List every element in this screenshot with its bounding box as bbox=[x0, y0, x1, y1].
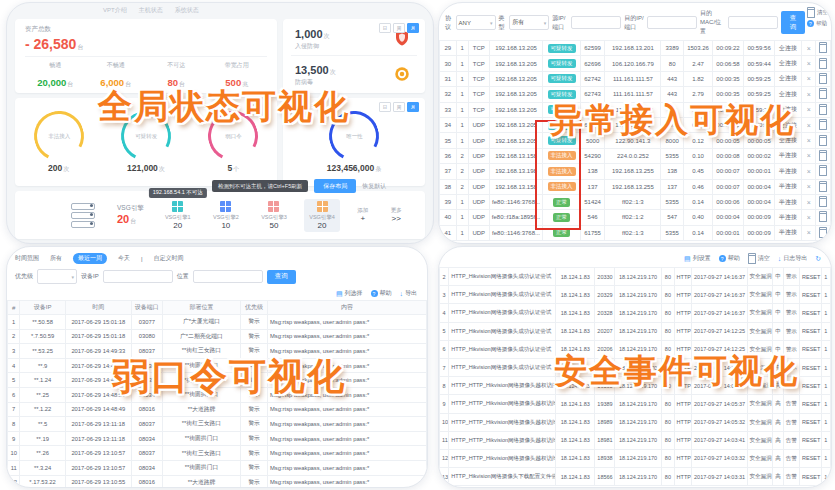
close-icon[interactable]: × bbox=[807, 122, 811, 129]
table-row[interactable]: 411UDPfe80::1146:3768...正常61755ff02::1:3… bbox=[440, 225, 831, 240]
save-layout-button[interactable]: 保存布局 bbox=[314, 179, 356, 193]
table-cell[interactable] bbox=[816, 117, 831, 132]
table-row[interactable]: 9HTTP_HTTP_Hikvision网络摄像头越权访问尝试118.124.1… bbox=[440, 395, 831, 413]
nav-item[interactable]: 系统状态 bbox=[175, 6, 199, 17]
table-row[interactable]: 12*.17.53.222017-06-29 13:10:5508016**大道… bbox=[8, 475, 427, 488]
dest-mac-input[interactable] bbox=[728, 16, 778, 29]
table-cell[interactable]: × bbox=[801, 41, 815, 56]
table-row[interactable]: 8HTTP_HTTP_Hikvision网络摄像头越权访问尝试118.124.1… bbox=[440, 377, 831, 395]
table-row[interactable]: 6**.252017-06-29 14:48:5108034**街圆拱门口警示M… bbox=[8, 387, 427, 402]
table-cell[interactable] bbox=[816, 225, 831, 240]
type-select[interactable]: 所有▾ bbox=[509, 15, 549, 30]
table-row[interactable]: 4HTTP_Hikvision网络摄像头成功认证尝试18.124.1.83203… bbox=[440, 304, 831, 322]
restore-default-button[interactable]: 恢复默认 bbox=[362, 182, 386, 191]
table-row[interactable]: 8**.52017-06-29 13:11:1808037**街红三女路口警示M… bbox=[8, 417, 427, 432]
close-icon[interactable]: × bbox=[807, 199, 811, 206]
table-row[interactable]: 9**.192017-06-29 13:11:1808034**街圆拱门口警示M… bbox=[8, 431, 427, 446]
tab-custom[interactable]: 自定义时间 bbox=[149, 253, 189, 264]
log-export-button[interactable]: ↓日志导出 bbox=[778, 254, 808, 263]
close-icon[interactable]: × bbox=[807, 183, 811, 190]
search-button[interactable]: 查询 bbox=[781, 11, 805, 34]
trash-icon[interactable] bbox=[819, 227, 827, 238]
table-row[interactable]: 391UDPfe80::1146:3768...正常51424ff02::1:3… bbox=[440, 194, 831, 209]
table-row[interactable]: 331TCP192.168.13.205可疑转发62745111.161.111… bbox=[440, 102, 831, 117]
device-ip-input[interactable] bbox=[103, 270, 173, 283]
trash-icon[interactable] bbox=[819, 196, 827, 207]
table-cell[interactable]: × bbox=[801, 117, 815, 132]
trash-icon[interactable] bbox=[819, 119, 827, 130]
trash-icon[interactable] bbox=[819, 104, 827, 115]
table-row[interactable]: 2HTTP_Hikvision网络摄像头成功认证尝试18.124.1.83203… bbox=[440, 268, 831, 286]
help-button[interactable]: ?帮助 bbox=[371, 289, 392, 298]
period-day-button[interactable]: 日 bbox=[379, 23, 391, 33]
close-icon[interactable]: × bbox=[807, 106, 811, 113]
table-row[interactable]: 10**.262017-06-29 13:10:5708037**街红三女路口警… bbox=[8, 446, 427, 461]
engine-item-3[interactable]: VSG引擎3 50 bbox=[256, 199, 292, 232]
clear-button[interactable]: 清空 bbox=[748, 253, 770, 264]
dest-ip-input[interactable] bbox=[647, 16, 697, 29]
table-row[interactable]: 1**.50.582017-06-29 15:01:1803077广*大厦光端口… bbox=[8, 315, 427, 330]
export-button[interactable]: ↓导出 bbox=[400, 289, 418, 298]
table-cell[interactable]: × bbox=[801, 133, 815, 148]
table-row[interactable]: 6HTTP_Hikvision网络摄像头成功认证尝试18.124.1.83202… bbox=[440, 340, 831, 358]
engine-item-2[interactable]: VSG引擎2 10 bbox=[208, 199, 244, 232]
location-input[interactable] bbox=[193, 270, 263, 283]
table-row[interactable]: 3HTTP_Hikvision网络摄像头成功认证尝试18.124.1.83203… bbox=[440, 286, 831, 304]
tab-today[interactable]: 今天 bbox=[113, 253, 135, 264]
table-cell[interactable]: × bbox=[801, 210, 815, 225]
table-row[interactable]: 401UDPfe80::f18a:1895f...正常546ff02::1:25… bbox=[440, 210, 831, 225]
table-cell[interactable]: × bbox=[801, 194, 815, 209]
search-button[interactable]: 查询 bbox=[267, 270, 296, 284]
table-cell[interactable]: × bbox=[801, 56, 815, 71]
table-row[interactable]: 341UDP192.168.13.205可疑转发63018122.90.141.… bbox=[440, 117, 831, 132]
trash-icon[interactable] bbox=[819, 165, 827, 176]
column-select-button[interactable]: ▤列选择 bbox=[336, 289, 363, 298]
trash-icon[interactable] bbox=[819, 150, 827, 161]
table-cell[interactable]: × bbox=[801, 179, 815, 194]
source-ip-input[interactable] bbox=[571, 16, 621, 29]
table-row[interactable]: 311TCP192.168.13.205可疑转发62742111.161.111… bbox=[440, 71, 831, 86]
table-cell[interactable] bbox=[816, 164, 831, 179]
table-cell[interactable] bbox=[816, 56, 831, 71]
tab-all[interactable]: 所有 bbox=[45, 253, 67, 264]
tab-last-week[interactable]: 最近一周 bbox=[73, 253, 107, 264]
table-row[interactable]: 372UDP192.168.13.198非法接入138192.168.13.25… bbox=[440, 164, 831, 179]
engine-item-4[interactable]: VSG引擎4 20 bbox=[304, 199, 340, 232]
table-row[interactable]: 321TCP192.168.13.205可疑转发62743111.161.111… bbox=[440, 87, 831, 102]
table-row[interactable]: 12HTTP_HTTP_Hikvision网络摄像头越权访问尝试118.124.… bbox=[440, 449, 831, 467]
table-cell[interactable]: × bbox=[801, 225, 815, 240]
protocol-select[interactable]: ANY▾ bbox=[456, 15, 496, 30]
table-row[interactable]: 2*.7.50.592017-06-29 15:01:1803080广*二期亮化… bbox=[8, 329, 427, 344]
trash-icon[interactable] bbox=[819, 58, 827, 69]
close-icon[interactable]: × bbox=[807, 91, 811, 98]
table-cell[interactable] bbox=[816, 148, 831, 163]
trash-icon[interactable] bbox=[819, 135, 827, 146]
table-row[interactable]: 301TCP192.168.13.205可疑转发62696106.120.166… bbox=[440, 56, 831, 71]
table-cell[interactable] bbox=[816, 194, 831, 209]
table-row[interactable]: 4**.92017-06-29 14:49:3308034**街圆拱门口警示Ms… bbox=[8, 358, 427, 373]
add-engine-button[interactable]: 添加 + bbox=[352, 205, 373, 225]
table-row[interactable]: 3**.53.252017-06-29 14:49:3308037**街红三女路… bbox=[8, 344, 427, 359]
table-cell[interactable]: × bbox=[801, 87, 815, 102]
period-month-button[interactable]: 月 bbox=[407, 102, 419, 112]
table-row[interactable]: 5HTTP_Hikvision网络摄像头成功认证尝试18.124.1.83202… bbox=[440, 322, 831, 340]
close-icon[interactable]: × bbox=[807, 168, 811, 175]
more-engines-button[interactable]: 更多 >> bbox=[386, 205, 407, 225]
period-week-button[interactable]: 周 bbox=[393, 102, 405, 112]
table-row[interactable]: 291TCP192.168.13.205可疑转发62599192.168.13.… bbox=[440, 41, 831, 56]
table-row[interactable]: 351UDP192.168.13.205可疑转发5000122.90.141.3… bbox=[440, 133, 831, 148]
nav-item[interactable]: VPT介绍 bbox=[103, 6, 127, 17]
table-row[interactable]: 7HTTP_Hikvision网络摄像头成功认证尝试18.124.1.83202… bbox=[440, 358, 831, 376]
table-cell[interactable] bbox=[816, 210, 831, 225]
help-button[interactable]: ?帮助 bbox=[719, 254, 740, 263]
clear-button[interactable]: 清空 bbox=[807, 7, 828, 18]
trash-icon[interactable] bbox=[819, 73, 827, 84]
period-week-button[interactable]: 周 bbox=[393, 23, 405, 33]
close-icon[interactable]: × bbox=[807, 45, 811, 52]
table-cell[interactable] bbox=[816, 71, 831, 86]
refresh-icon[interactable]: ↻ bbox=[815, 255, 821, 263]
close-icon[interactable]: × bbox=[807, 152, 811, 159]
close-icon[interactable]: × bbox=[807, 75, 811, 82]
close-icon[interactable]: × bbox=[807, 214, 811, 221]
table-row[interactable]: 5**.1.242017-06-29 14:48:5108037**街红三女路口… bbox=[8, 373, 427, 388]
